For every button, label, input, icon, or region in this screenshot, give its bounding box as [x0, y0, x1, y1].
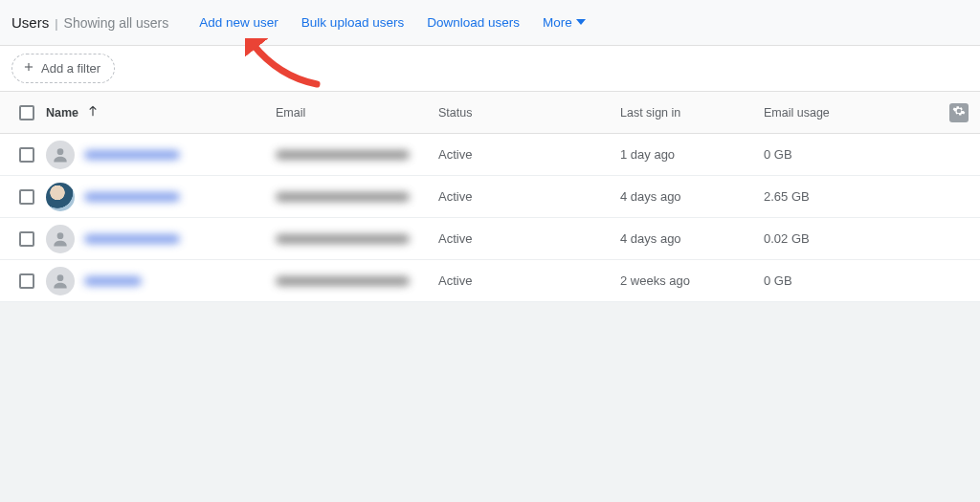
status-cell: Active: [438, 147, 620, 162]
row-checkbox[interactable]: [19, 273, 34, 289]
status-cell: Active: [438, 189, 620, 204]
table-row[interactable]: Active4 days ago2.65 GB: [0, 176, 980, 218]
chevron-down-icon: [576, 15, 586, 30]
user-name: [84, 234, 180, 244]
column-header-status[interactable]: Status: [438, 106, 620, 120]
table-row[interactable]: Active2 weeks ago0 GB: [0, 260, 980, 302]
gear-icon: [952, 104, 966, 120]
email-usage-cell: 0 GB: [764, 273, 917, 288]
email-usage-cell: 0.02 GB: [764, 231, 917, 246]
page-subtitle: Showing all users: [64, 15, 169, 31]
status-cell: Active: [438, 231, 620, 246]
table-settings-button[interactable]: [949, 103, 969, 122]
row-checkbox[interactable]: [19, 147, 34, 163]
name-cell: [46, 183, 276, 211]
last-sign-in-cell: 1 day ago: [620, 147, 764, 162]
svg-point-3: [57, 148, 64, 155]
column-header-email-usage[interactable]: Email usage: [764, 106, 917, 120]
download-users-button[interactable]: Download users: [417, 10, 529, 35]
breadcrumb: Users | Showing all users: [11, 14, 168, 31]
plus-icon: [22, 60, 35, 76]
filter-bar: Add a filter: [0, 46, 980, 92]
user-name: [84, 150, 180, 160]
sort-asc-icon: [86, 104, 100, 120]
name-cell: [46, 141, 276, 169]
title-separator: |: [55, 16, 57, 31]
status-cell: Active: [438, 273, 620, 288]
add-filter-button[interactable]: Add a filter: [11, 54, 115, 83]
avatar: [46, 225, 75, 253]
user-email: [276, 276, 410, 286]
table-header: Name Email Status Last sign in Email usa…: [0, 92, 980, 134]
more-menu[interactable]: More: [533, 10, 595, 35]
column-header-email[interactable]: Email: [276, 106, 438, 120]
user-email: [276, 234, 410, 244]
last-sign-in-cell: 2 weeks ago: [620, 273, 764, 288]
avatar: [46, 183, 75, 211]
email-usage-cell: 0 GB: [764, 147, 917, 162]
column-header-name[interactable]: Name: [46, 104, 276, 120]
row-checkbox[interactable]: [19, 189, 34, 205]
avatar: [46, 267, 75, 295]
name-cell: [46, 267, 276, 295]
column-header-last-sign-in[interactable]: Last sign in: [620, 106, 764, 120]
user-email: [276, 192, 410, 202]
table-row[interactable]: Active4 days ago0.02 GB: [0, 218, 980, 260]
add-new-user-button[interactable]: Add new user: [189, 10, 288, 35]
more-label: More: [543, 15, 572, 30]
avatar: [46, 141, 75, 169]
svg-marker-0: [576, 19, 586, 25]
page-title: Users: [11, 14, 49, 31]
bulk-upload-users-button[interactable]: Bulk upload users: [292, 10, 413, 35]
table-row[interactable]: Active1 day ago0 GB: [0, 134, 980, 176]
svg-point-5: [57, 274, 64, 281]
select-all-checkbox[interactable]: [19, 105, 34, 120]
last-sign-in-cell: 4 days ago: [620, 231, 764, 246]
add-filter-label: Add a filter: [41, 61, 100, 76]
name-cell: [46, 225, 276, 253]
last-sign-in-cell: 4 days ago: [620, 189, 764, 204]
svg-point-4: [57, 232, 64, 239]
user-name: [84, 276, 142, 286]
toolbar: Users | Showing all users Add new user B…: [0, 0, 980, 46]
row-checkbox[interactable]: [19, 231, 34, 247]
user-email: [276, 150, 410, 160]
user-name: [84, 192, 180, 202]
email-usage-cell: 2.65 GB: [764, 189, 917, 204]
